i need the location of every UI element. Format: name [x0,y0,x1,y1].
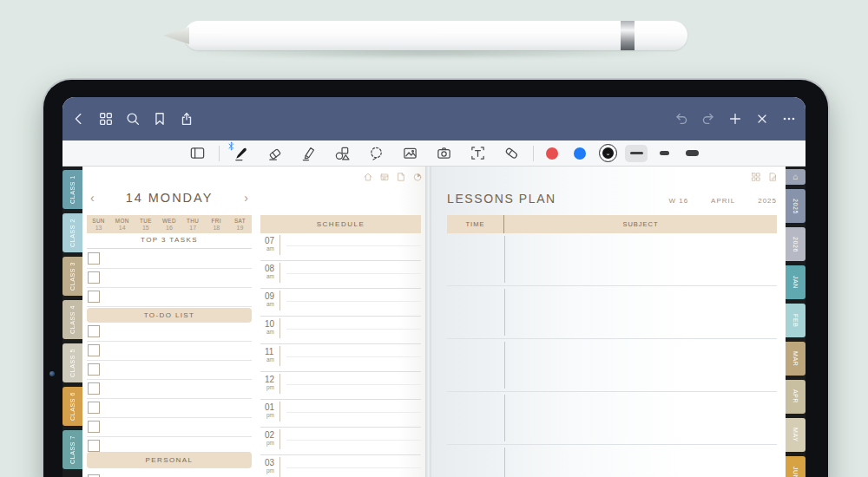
todo-heading: TO-DO LIST [87,308,252,323]
week-cell-fri[interactable]: FRI18 [205,215,228,233]
stroke-bar [660,151,669,155]
lesson-row[interactable] [447,392,777,445]
week-cell-mon[interactable]: MON14 [110,215,134,233]
pen-tool[interactable] [232,144,250,162]
checkbox[interactable] [88,252,100,265]
page-icon[interactable] [396,170,406,186]
shapes-tool[interactable] [333,144,352,162]
schedule-slot-12pm[interactable]: 12pm [260,372,421,400]
week-cell-tue[interactable]: TUE15 [134,215,157,233]
home-icon[interactable] [363,170,373,186]
tab-class-6[interactable]: CLASS 6 [62,387,82,426]
ink-color-selected[interactable]: ⌄ [599,144,617,162]
tab-2025[interactable]: 2025 [786,189,806,223]
camera-tool[interactable] [435,144,453,162]
tab-home[interactable]: ⌂ [786,169,806,185]
schedule-slot-11am[interactable]: 11am [260,344,421,372]
checkbox[interactable] [88,344,100,356]
eraser-tool[interactable] [266,144,284,162]
slot-hour: 12 [265,376,274,384]
schedule-slot-02pm[interactable]: 02pm [260,428,421,455]
ink-color-1[interactable] [574,147,586,160]
lesson-row[interactable] [447,339,777,392]
calendar-icon[interactable] [379,170,390,186]
schedule-slot-01pm[interactable]: 01pm [260,400,421,428]
tab-class-5[interactable]: CLASS 5 [62,343,82,382]
share-icon [179,111,194,127]
schedule-slot-08am[interactable]: 08am [260,261,421,289]
grid-layout-icon[interactable] [751,170,761,186]
tab-mar[interactable]: MAR [786,342,806,376]
tab-class-4[interactable]: CLASS 4 [62,300,82,339]
undo-button[interactable] [672,109,691,128]
year-label[interactable]: 2025 [758,197,777,205]
share-button[interactable] [177,109,196,128]
todo-row [87,418,252,437]
stroke-size-2[interactable] [681,145,703,162]
todo-row [87,342,252,361]
stroke-size-1[interactable] [653,145,675,162]
checkbox[interactable] [88,382,100,395]
next-day-button[interactable]: › [240,192,252,204]
tab-class-1[interactable]: CLASS 1 [62,170,82,209]
redo-button[interactable] [699,109,718,128]
week-cell-sat[interactable]: SAT19 [228,215,252,233]
navbar-left-group [69,109,196,128]
tape-tool[interactable] [503,144,521,162]
row-divider [504,236,505,283]
tab-2026[interactable]: 2026 [786,227,806,261]
image-tool[interactable] [401,144,419,162]
lesson-row[interactable] [447,233,777,286]
close-button[interactable] [753,109,772,128]
search-button[interactable] [123,109,142,128]
schedule-slot-03pm[interactable]: 03pm [260,455,421,477]
tab-apr[interactable]: APR [786,380,806,414]
week-cell-thu[interactable]: THU17 [181,215,205,233]
schedule-slot-07am[interactable]: 07am [260,233,421,261]
tab-class-7[interactable]: CLASS 7 [62,430,82,469]
tab-jan[interactable]: JAN [786,265,806,299]
checkbox[interactable] [88,291,100,303]
checkbox[interactable] [88,440,100,452]
slot-period: am [266,246,274,252]
tab-label: CLASS 5 [69,349,76,377]
week-cell-sun[interactable]: SUN13 [87,215,110,233]
tab-class-3[interactable]: CLASS 3 [62,257,82,296]
pages-grid-icon [98,111,114,127]
tab-may[interactable]: MAY [786,418,806,452]
timer-icon[interactable] [412,170,423,186]
week-number-label[interactable]: W 16 [668,197,688,205]
text-tool[interactable] [469,144,487,162]
schedule-slot-09am[interactable]: 09am [260,289,421,317]
stroke-bar [630,152,643,154]
checkbox[interactable] [88,271,100,284]
checkbox[interactable] [88,325,100,337]
month-label[interactable]: APRIL [711,197,735,205]
more-button[interactable] [779,109,799,128]
highlighter-tool[interactable] [299,144,318,162]
page-edit-icon[interactable] [768,170,779,186]
add-page-button[interactable] [726,109,745,128]
lasso-tool[interactable] [367,144,385,162]
checkbox[interactable] [88,402,100,414]
tab-class-2[interactable]: CLASS 2 [62,213,82,252]
pages-overview-button[interactable] [96,109,115,128]
checkbox[interactable] [88,421,100,433]
page-panel-button[interactable] [188,144,207,162]
tab-feb[interactable]: FEB [786,304,806,337]
tab-label: CLASS 4 [69,305,76,334]
back-button[interactable] [69,109,89,128]
lesson-row[interactable] [447,445,777,477]
week-cell-wed[interactable]: WED16 [157,215,181,233]
lesson-row[interactable] [447,286,777,339]
checkbox[interactable] [88,363,100,376]
lessons-corner-icons [751,170,779,186]
ink-color-0[interactable] [546,147,558,160]
stroke-size-0[interactable] [625,145,648,162]
schedule-slot-10am[interactable]: 10am [260,317,421,344]
undo-icon [674,111,689,127]
bookmark-button[interactable] [150,109,169,128]
ink-colors: ⌄ [538,144,622,162]
prev-day-button[interactable]: ‹ [87,192,98,204]
tab-jun[interactable]: JUN [786,456,806,477]
